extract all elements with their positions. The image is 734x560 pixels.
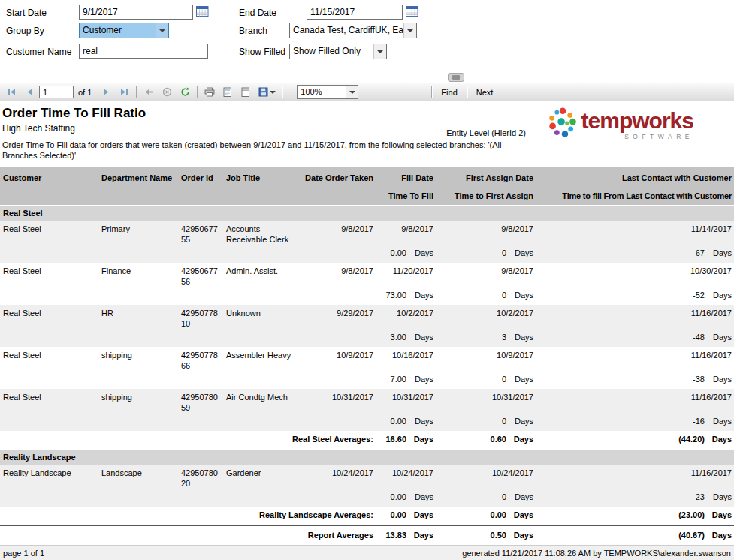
- cell-time-to-fill: 3.00Days: [376, 332, 436, 342]
- cell-time-to-fill-value: 7.00: [378, 374, 406, 384]
- cell-customer: Real Steel: [0, 392, 99, 413]
- back-button[interactable]: [140, 85, 157, 100]
- cell-time-from-last-contact-unit: Days: [705, 248, 732, 258]
- show-filled-label: Show Filled: [239, 47, 285, 57]
- end-date-calendar-button[interactable]: [404, 5, 419, 19]
- table-row: Real Steelshipping42950780 59Air Condtg …: [0, 389, 734, 431]
- cell-time-to-first-assign-unit: Days: [506, 332, 533, 342]
- find-button[interactable]: Find: [434, 88, 464, 97]
- cell-customer: Real Steel: [0, 350, 99, 371]
- cell-time-to-fill-unit: Days: [406, 416, 433, 426]
- first-page-button[interactable]: [3, 85, 20, 100]
- cell-date-order-taken: 9/8/2017: [299, 266, 376, 287]
- print-layout-button[interactable]: [219, 85, 236, 100]
- calendar-icon: [406, 5, 418, 17]
- previous-page-button[interactable]: [21, 85, 38, 100]
- last-page-button[interactable]: [116, 85, 132, 100]
- branch-select[interactable]: Canada Test, CardiffUK, Eag: [289, 23, 417, 38]
- col-header-time-to-fill: Time To Fill: [376, 191, 436, 201]
- toolbar-separator: [197, 86, 198, 98]
- logo-wordmark: tempworks: [581, 110, 693, 132]
- row-spacer: [0, 374, 376, 384]
- refresh-button[interactable]: [177, 85, 193, 100]
- avg-time-to-first-assign-unit: Days: [506, 510, 533, 520]
- cell-order-id: 42950780 59: [179, 392, 224, 413]
- col-header-department: Department Name: [99, 173, 179, 183]
- report-averages-row: Report Averages13.83Days0.50Days(40.67)D…: [0, 525, 734, 545]
- cell-time-to-fill: 0.00Days: [376, 248, 436, 258]
- cell-time-to-first-assign-unit: Days: [506, 248, 533, 258]
- cell-time-to-fill: 0.00Days: [376, 416, 436, 426]
- cell-fill-date: 10/16/2017: [376, 350, 436, 371]
- group-by-value: Customer: [80, 23, 156, 38]
- report-avg-time-from-last-contact-value: (40.67): [538, 530, 705, 540]
- avg-time-from-last-contact-unit: Days: [705, 510, 732, 520]
- cell-date-order-taken: 9/8/2017: [299, 224, 376, 245]
- avg-time-to-first-assign-value: 0.00: [438, 510, 506, 520]
- parameters-pane: Start Date End Date Group By Customer Br…: [0, 0, 734, 73]
- cell-department: shipping: [99, 350, 179, 371]
- row-line-dates: Real SteelHR42950778 10Unknown9/29/20171…: [0, 308, 734, 329]
- find-next-button[interactable]: Next: [470, 88, 500, 97]
- avg-time-to-fill: 16.60Days: [376, 434, 436, 444]
- splitter-grip-icon: [452, 75, 460, 80]
- cell-last-contact: 11/16/2017: [536, 350, 734, 371]
- report-averages-label: Report Averages: [0, 530, 376, 540]
- chevron-down-icon: [403, 23, 416, 38]
- col-header-last-contact: Last Contact with Customer: [536, 173, 734, 183]
- parameters-splitter-handle[interactable]: [448, 73, 464, 82]
- page-setup-button[interactable]: [237, 85, 254, 100]
- next-page-button[interactable]: [98, 85, 114, 100]
- cell-time-from-last-contact-unit: Days: [705, 332, 732, 342]
- cell-time-to-fill-value: 0.00: [378, 492, 406, 502]
- cell-first-assign-date: 9/8/2017: [436, 266, 536, 287]
- report-avg-time-to-fill-unit: Days: [406, 530, 433, 540]
- zoom-select[interactable]: 100%: [297, 85, 358, 99]
- toolbar-separator: [467, 86, 467, 98]
- cell-time-from-last-contact-value: -16: [538, 416, 705, 426]
- cell-time-from-last-contact: -67Days: [536, 248, 734, 258]
- report-avg-time-to-fill: 13.83Days: [376, 530, 436, 540]
- export-button[interactable]: [255, 85, 278, 100]
- report-avg-time-to-fill-value: 13.83: [378, 530, 406, 540]
- cell-job-title: Accounts Receivable Clerk: [224, 224, 299, 245]
- cell-time-to-fill-unit: Days: [406, 492, 433, 502]
- cell-first-assign-date: 10/9/2017: [436, 350, 536, 371]
- page-number-input[interactable]: [39, 86, 74, 98]
- customer-name-input[interactable]: [79, 44, 208, 59]
- cell-time-to-fill-value: 0.00: [378, 416, 406, 426]
- cell-order-id: 42950780 20: [179, 468, 224, 489]
- stop-button[interactable]: [159, 85, 175, 100]
- cell-department: Landscape: [99, 468, 179, 489]
- start-date-calendar-button[interactable]: [195, 5, 210, 19]
- col-header-job-title: Job Title: [224, 173, 299, 183]
- print-button[interactable]: [201, 85, 218, 100]
- cell-department: Primary: [99, 224, 179, 245]
- start-date-input[interactable]: [79, 5, 193, 20]
- end-date-input[interactable]: [307, 5, 403, 20]
- cell-first-assign-date: 10/2/2017: [436, 308, 536, 329]
- cell-time-from-last-contact-unit: Days: [705, 492, 732, 502]
- customer-name-label: Customer Name: [6, 47, 71, 57]
- cell-time-from-last-contact-value: -67: [538, 248, 705, 258]
- cell-time-to-first-assign-unit: Days: [506, 374, 533, 384]
- cell-time-to-first-assign: 0Days: [436, 290, 536, 300]
- branch-value: Canada Test, CardiffUK, Eag: [290, 23, 403, 38]
- col-header-time-from-last-contact: Time to fill From Last Contact with Cust…: [536, 191, 734, 201]
- group-by-select[interactable]: Customer: [79, 23, 169, 38]
- cell-last-contact: 11/16/2017: [536, 392, 734, 413]
- cell-time-to-fill-unit: Days: [406, 374, 433, 384]
- group-header: Reality Landscape: [0, 450, 734, 465]
- report-avg-time-to-first-assign: 0.50Days: [436, 530, 536, 540]
- avg-time-from-last-contact: (44.20)Days: [536, 434, 734, 444]
- row-line-dates: Reality LandscapeLandscape42950780 20Gar…: [0, 468, 734, 489]
- cell-time-to-fill: 73.00Days: [376, 290, 436, 300]
- cell-time-to-first-assign-value: 0: [438, 416, 506, 426]
- cell-time-to-fill-value: 73.00: [378, 290, 406, 300]
- show-filled-select[interactable]: Show Filled Only: [289, 44, 387, 59]
- report-table-body: Real SteelReal SteelPrimary42950677 55Ac…: [0, 206, 734, 545]
- export-dropdown-icon: [270, 91, 276, 94]
- row-line-dates: Real Steelshipping42950780 59Air Condtg …: [0, 392, 734, 413]
- cell-time-from-last-contact-value: -52: [538, 290, 705, 300]
- table-row: Real SteelPrimary42950677 55Accounts Rec…: [0, 221, 734, 263]
